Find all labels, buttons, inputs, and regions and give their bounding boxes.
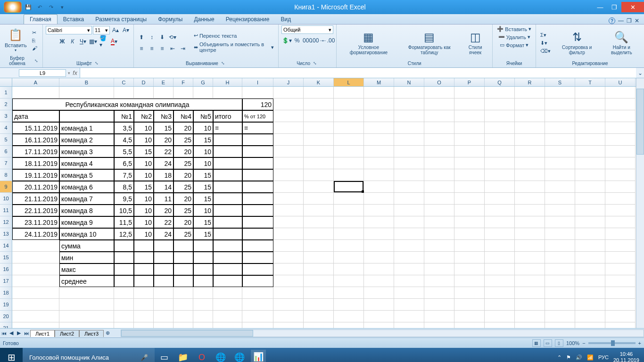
cell-N18[interactable]: [394, 287, 424, 299]
cell-K7[interactable]: [304, 157, 334, 169]
cell-I7[interactable]: [242, 157, 273, 169]
cell-P7[interactable]: [454, 157, 485, 169]
cell-L5[interactable]: [334, 134, 364, 146]
zoom-slider[interactable]: [588, 342, 636, 344]
cell-G13[interactable]: 15: [193, 228, 213, 240]
cell-B17[interactable]: среднее: [59, 275, 114, 287]
cell-E12[interactable]: 22: [154, 216, 173, 228]
cell-M13[interactable]: [364, 228, 394, 240]
cell-D13[interactable]: 10: [134, 228, 154, 240]
cell-I8[interactable]: [242, 169, 273, 181]
cell-L7[interactable]: [334, 157, 364, 169]
cell-A1[interactable]: [12, 87, 59, 99]
cell-I14[interactable]: [242, 240, 273, 252]
cell-M17[interactable]: [364, 275, 394, 287]
sheet-tab-2[interactable]: Лист2: [55, 330, 79, 337]
cell-E6[interactable]: 22: [154, 146, 173, 157]
cell-N5[interactable]: [394, 134, 424, 146]
cell-O15[interactable]: [424, 252, 454, 263]
cell-T1[interactable]: [575, 87, 605, 99]
cell-E8[interactable]: 18: [154, 169, 173, 181]
chrome-icon[interactable]: 🌐: [213, 350, 228, 362]
cell-K1[interactable]: [304, 87, 334, 99]
cell-P13[interactable]: [454, 228, 485, 240]
zoom-in-button[interactable]: +: [638, 340, 641, 346]
cell-K16[interactable]: [304, 263, 334, 275]
find-select-button[interactable]: 🔍Найти и выделить: [602, 30, 641, 56]
explorer-icon[interactable]: 📁: [175, 350, 190, 362]
cell-K12[interactable]: [304, 216, 334, 228]
cell-K5[interactable]: [304, 134, 334, 146]
format-cells-button[interactable]: ▭Формат▾: [498, 41, 530, 49]
cell-C6[interactable]: 5,5: [114, 146, 134, 157]
cell-P21[interactable]: [454, 322, 485, 328]
cell-A12[interactable]: 23.11.2019: [12, 216, 59, 228]
cell-M4[interactable]: [364, 122, 394, 134]
cell-K4[interactable]: [304, 122, 334, 134]
minimize-ribbon-icon[interactable]: —: [618, 17, 624, 24]
cell-L11[interactable]: [334, 205, 364, 216]
cell-P14[interactable]: [454, 240, 485, 252]
cell-L21[interactable]: [334, 322, 364, 328]
cell-N1[interactable]: [394, 87, 424, 99]
row-header-9[interactable]: 9: [0, 181, 12, 193]
cell-U18[interactable]: [605, 287, 636, 299]
cell-H21[interactable]: [213, 322, 242, 328]
cell-A13[interactable]: 24.11.2019: [12, 228, 59, 240]
cell-G4[interactable]: 10: [193, 122, 213, 134]
sheet-nav-first[interactable]: ⏮: [0, 330, 8, 336]
cell-M3[interactable]: [364, 110, 394, 122]
row-header-6[interactable]: 6: [0, 146, 12, 157]
cell-H16[interactable]: [213, 263, 242, 275]
close-button[interactable]: ✕: [621, 2, 644, 12]
sheet-tab-3[interactable]: Лист3: [79, 330, 104, 337]
cell-O2[interactable]: [424, 99, 454, 110]
cell-T10[interactable]: [575, 193, 605, 205]
row-header-17[interactable]: 17: [0, 275, 12, 287]
cell-J11[interactable]: [273, 205, 304, 216]
column-header-S[interactable]: S: [545, 78, 575, 86]
cell-M18[interactable]: [364, 287, 394, 299]
cell-S7[interactable]: [545, 157, 575, 169]
cell-S11[interactable]: [545, 205, 575, 216]
cell-S13[interactable]: [545, 228, 575, 240]
cell-P1[interactable]: [454, 87, 485, 99]
cell-U13[interactable]: [605, 228, 636, 240]
cell-T13[interactable]: [575, 228, 605, 240]
cell-S9[interactable]: [545, 181, 575, 193]
cell-L6[interactable]: [334, 146, 364, 157]
cell-C20[interactable]: [114, 311, 134, 322]
cell-U14[interactable]: [605, 240, 636, 252]
cell-C12[interactable]: 11,5: [114, 216, 134, 228]
cell-I2[interactable]: 120: [242, 99, 273, 110]
cell-P3[interactable]: [454, 110, 485, 122]
redo-icon[interactable]: ↷: [46, 2, 56, 12]
row-header-3[interactable]: 3: [0, 110, 12, 122]
borders-button[interactable]: ▦▾: [89, 37, 98, 46]
cell-D7[interactable]: 10: [134, 157, 154, 169]
cell-H20[interactable]: [213, 311, 242, 322]
row-header-13[interactable]: 13: [0, 228, 12, 240]
cell-B13[interactable]: команда 10: [59, 228, 114, 240]
font-size-combo[interactable]: 11▾: [93, 26, 110, 34]
cell-T9[interactable]: [575, 181, 605, 193]
cell-I6[interactable]: [242, 146, 273, 157]
cell-S21[interactable]: [545, 322, 575, 328]
cell-G21[interactable]: [193, 322, 213, 328]
cell-J17[interactable]: [273, 275, 304, 287]
cell-Q2[interactable]: [485, 99, 515, 110]
cell-Q19[interactable]: [485, 299, 515, 311]
tray-flag-icon[interactable]: ⚑: [566, 354, 571, 361]
cell-S15[interactable]: [545, 252, 575, 263]
cell-K14[interactable]: [304, 240, 334, 252]
cell-I13[interactable]: [242, 228, 273, 240]
align-top-button[interactable]: ⬆: [137, 33, 146, 42]
cut-button[interactable]: ✂: [31, 29, 39, 36]
cell-G18[interactable]: [193, 287, 213, 299]
cell-F21[interactable]: [173, 322, 193, 328]
cell-N6[interactable]: [394, 146, 424, 157]
cell-D15[interactable]: [134, 252, 154, 263]
cell-T21[interactable]: [575, 322, 605, 328]
cell-J20[interactable]: [273, 311, 304, 322]
cell-C11[interactable]: 10,5: [114, 205, 134, 216]
